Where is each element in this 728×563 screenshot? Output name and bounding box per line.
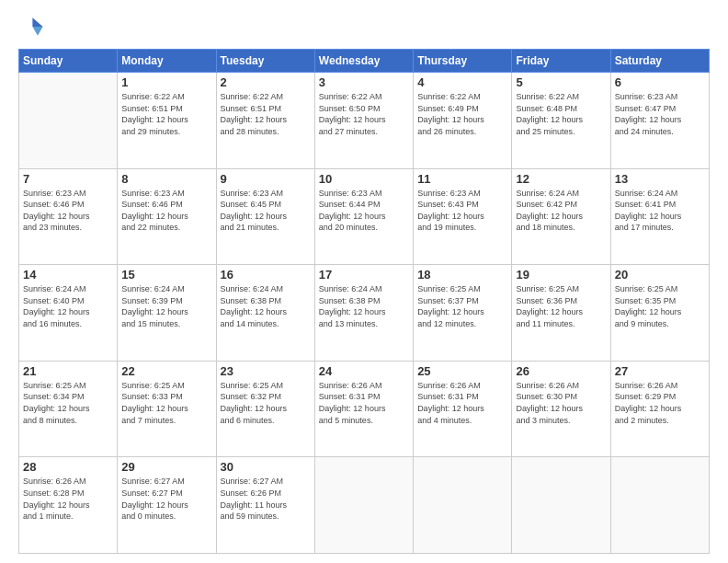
calendar-cell: 2Sunrise: 6:22 AM Sunset: 6:51 PM Daylig…	[216, 73, 314, 169]
day-number: 16	[221, 268, 311, 282]
day-info: Sunrise: 6:25 AM Sunset: 6:35 PM Dayligh…	[615, 283, 705, 329]
day-number: 4	[417, 75, 507, 89]
calendar-cell: 9Sunrise: 6:23 AM Sunset: 6:45 PM Daylig…	[216, 168, 314, 265]
day-info: Sunrise: 6:25 AM Sunset: 6:37 PM Dayligh…	[417, 283, 507, 329]
day-number: 28	[23, 460, 113, 474]
day-info: Sunrise: 6:24 AM Sunset: 6:40 PM Dayligh…	[23, 283, 113, 329]
calendar-cell: 1Sunrise: 6:22 AM Sunset: 6:51 PM Daylig…	[118, 73, 216, 169]
day-info: Sunrise: 6:26 AM Sunset: 6:28 PM Dayligh…	[23, 476, 113, 522]
calendar-cell: 4Sunrise: 6:22 AM Sunset: 6:49 PM Daylig…	[414, 73, 512, 169]
svg-marker-0	[32, 17, 42, 27]
header	[18, 14, 710, 40]
calendar-cell: 29Sunrise: 6:27 AM Sunset: 6:27 PM Dayli…	[118, 457, 216, 554]
day-header: Monday	[118, 50, 216, 73]
calendar-cell: 28Sunrise: 6:26 AM Sunset: 6:28 PM Dayli…	[19, 457, 118, 554]
day-info: Sunrise: 6:26 AM Sunset: 6:30 PM Dayligh…	[516, 380, 606, 426]
svg-marker-1	[32, 27, 42, 36]
day-number: 7	[23, 172, 113, 186]
day-info: Sunrise: 6:25 AM Sunset: 6:33 PM Dayligh…	[121, 380, 211, 426]
calendar-week-row: 7Sunrise: 6:23 AM Sunset: 6:46 PM Daylig…	[19, 168, 710, 265]
day-info: Sunrise: 6:22 AM Sunset: 6:48 PM Dayligh…	[516, 91, 606, 137]
day-number: 15	[121, 268, 211, 282]
day-number: 18	[417, 268, 507, 282]
day-header: Tuesday	[216, 50, 314, 73]
day-info: Sunrise: 6:26 AM Sunset: 6:29 PM Dayligh…	[615, 380, 705, 426]
calendar-cell: 17Sunrise: 6:24 AM Sunset: 6:38 PM Dayli…	[314, 265, 413, 362]
day-info: Sunrise: 6:23 AM Sunset: 6:47 PM Dayligh…	[615, 91, 705, 137]
day-info: Sunrise: 6:25 AM Sunset: 6:34 PM Dayligh…	[23, 380, 113, 426]
calendar-cell	[314, 457, 413, 554]
day-header: Wednesday	[314, 50, 413, 73]
calendar-cell: 16Sunrise: 6:24 AM Sunset: 6:38 PM Dayli…	[216, 265, 314, 362]
day-info: Sunrise: 6:23 AM Sunset: 6:43 PM Dayligh…	[417, 188, 507, 234]
day-header: Sunday	[19, 50, 118, 73]
day-number: 20	[615, 268, 705, 282]
day-info: Sunrise: 6:27 AM Sunset: 6:26 PM Dayligh…	[221, 476, 311, 522]
calendar-cell	[19, 73, 118, 169]
day-number: 29	[121, 460, 211, 474]
calendar-cell: 19Sunrise: 6:25 AM Sunset: 6:36 PM Dayli…	[512, 265, 610, 362]
day-info: Sunrise: 6:23 AM Sunset: 6:46 PM Dayligh…	[23, 188, 113, 234]
page: SundayMondayTuesdayWednesdayThursdayFrid…	[0, 0, 728, 563]
calendar-cell: 5Sunrise: 6:22 AM Sunset: 6:48 PM Daylig…	[512, 73, 610, 169]
calendar-cell: 10Sunrise: 6:23 AM Sunset: 6:44 PM Dayli…	[314, 168, 413, 265]
calendar-cell: 3Sunrise: 6:22 AM Sunset: 6:50 PM Daylig…	[314, 73, 413, 169]
day-number: 22	[121, 364, 211, 378]
calendar-week-row: 14Sunrise: 6:24 AM Sunset: 6:40 PM Dayli…	[19, 265, 710, 362]
day-number: 23	[221, 364, 311, 378]
day-info: Sunrise: 6:27 AM Sunset: 6:27 PM Dayligh…	[121, 476, 211, 522]
calendar-cell: 18Sunrise: 6:25 AM Sunset: 6:37 PM Dayli…	[414, 265, 512, 362]
day-info: Sunrise: 6:22 AM Sunset: 6:51 PM Dayligh…	[221, 91, 311, 137]
day-number: 6	[615, 75, 705, 89]
calendar-week-row: 28Sunrise: 6:26 AM Sunset: 6:28 PM Dayli…	[19, 457, 710, 554]
day-number: 11	[417, 172, 507, 186]
day-number: 1	[121, 75, 211, 89]
calendar-week-row: 1Sunrise: 6:22 AM Sunset: 6:51 PM Daylig…	[19, 73, 710, 169]
calendar-cell: 22Sunrise: 6:25 AM Sunset: 6:33 PM Dayli…	[118, 361, 216, 457]
day-number: 24	[319, 364, 409, 378]
day-number: 14	[23, 268, 113, 282]
day-info: Sunrise: 6:24 AM Sunset: 6:38 PM Dayligh…	[221, 283, 311, 329]
day-number: 9	[221, 172, 311, 186]
day-number: 27	[615, 364, 705, 378]
day-info: Sunrise: 6:22 AM Sunset: 6:50 PM Dayligh…	[319, 91, 409, 137]
day-number: 10	[319, 172, 409, 186]
day-number: 25	[417, 364, 507, 378]
day-info: Sunrise: 6:24 AM Sunset: 6:38 PM Dayligh…	[319, 283, 409, 329]
day-number: 5	[516, 75, 606, 89]
calendar-cell: 11Sunrise: 6:23 AM Sunset: 6:43 PM Dayli…	[414, 168, 512, 265]
day-header: Saturday	[610, 50, 709, 73]
day-info: Sunrise: 6:24 AM Sunset: 6:42 PM Dayligh…	[516, 188, 606, 234]
calendar-cell: 26Sunrise: 6:26 AM Sunset: 6:30 PM Dayli…	[512, 361, 610, 457]
calendar-cell: 13Sunrise: 6:24 AM Sunset: 6:41 PM Dayli…	[610, 168, 709, 265]
calendar-cell: 14Sunrise: 6:24 AM Sunset: 6:40 PM Dayli…	[19, 265, 118, 362]
calendar-cell	[610, 457, 709, 554]
day-info: Sunrise: 6:25 AM Sunset: 6:32 PM Dayligh…	[221, 380, 311, 426]
day-number: 19	[516, 268, 606, 282]
day-number: 13	[615, 172, 705, 186]
day-info: Sunrise: 6:26 AM Sunset: 6:31 PM Dayligh…	[319, 380, 409, 426]
logo	[18, 14, 48, 40]
calendar-cell: 23Sunrise: 6:25 AM Sunset: 6:32 PM Dayli…	[216, 361, 314, 457]
calendar-week-row: 21Sunrise: 6:25 AM Sunset: 6:34 PM Dayli…	[19, 361, 710, 457]
calendar-header-row: SundayMondayTuesdayWednesdayThursdayFrid…	[19, 50, 710, 73]
calendar-cell: 30Sunrise: 6:27 AM Sunset: 6:26 PM Dayli…	[216, 457, 314, 554]
calendar-cell	[512, 457, 610, 554]
calendar-cell: 25Sunrise: 6:26 AM Sunset: 6:31 PM Dayli…	[414, 361, 512, 457]
calendar-cell: 27Sunrise: 6:26 AM Sunset: 6:29 PM Dayli…	[610, 361, 709, 457]
day-number: 30	[221, 460, 311, 474]
day-number: 26	[516, 364, 606, 378]
calendar-cell: 7Sunrise: 6:23 AM Sunset: 6:46 PM Daylig…	[19, 168, 118, 265]
calendar-cell: 20Sunrise: 6:25 AM Sunset: 6:35 PM Dayli…	[610, 265, 709, 362]
day-info: Sunrise: 6:24 AM Sunset: 6:41 PM Dayligh…	[615, 188, 705, 234]
day-info: Sunrise: 6:23 AM Sunset: 6:44 PM Dayligh…	[319, 188, 409, 234]
day-info: Sunrise: 6:24 AM Sunset: 6:39 PM Dayligh…	[121, 283, 211, 329]
calendar-cell: 15Sunrise: 6:24 AM Sunset: 6:39 PM Dayli…	[118, 265, 216, 362]
day-info: Sunrise: 6:25 AM Sunset: 6:36 PM Dayligh…	[516, 283, 606, 329]
calendar-cell: 24Sunrise: 6:26 AM Sunset: 6:31 PM Dayli…	[314, 361, 413, 457]
day-header: Friday	[512, 50, 610, 73]
calendar-cell: 12Sunrise: 6:24 AM Sunset: 6:42 PM Dayli…	[512, 168, 610, 265]
day-info: Sunrise: 6:23 AM Sunset: 6:45 PM Dayligh…	[221, 188, 311, 234]
calendar-cell	[414, 457, 512, 554]
day-info: Sunrise: 6:22 AM Sunset: 6:49 PM Dayligh…	[417, 91, 507, 137]
